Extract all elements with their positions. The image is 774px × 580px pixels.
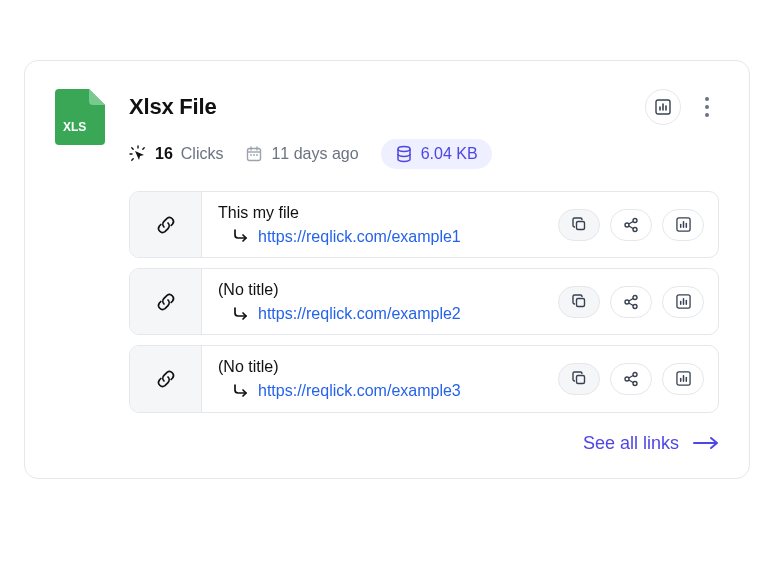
link-row: This my file https://reqlick.com/example…: [129, 191, 719, 258]
share-button[interactable]: [610, 286, 652, 318]
header-main: Xlsx File: [129, 89, 719, 169]
svg-point-19: [633, 218, 637, 222]
svg-line-42: [629, 375, 633, 378]
copy-icon: [572, 217, 587, 232]
stats-button[interactable]: [662, 209, 704, 241]
redirect-arrow-icon: [232, 382, 250, 400]
link-url-row: https://reqlick.com/example3: [218, 380, 461, 402]
link-title: This my file: [218, 202, 461, 224]
more-options-button[interactable]: [695, 95, 719, 119]
svg-point-14: [251, 154, 253, 156]
file-title: Xlsx File: [129, 94, 216, 120]
svg-text:XLS: XLS: [63, 120, 86, 134]
size-chip: 6.04 KB: [381, 139, 492, 169]
svg-line-33: [629, 303, 633, 306]
link-body: (No title) https://reqlick.com/example3: [202, 346, 718, 411]
link-actions: [558, 286, 704, 318]
svg-point-31: [633, 304, 637, 308]
share-button[interactable]: [610, 209, 652, 241]
cursor-click-icon: [129, 145, 147, 163]
link-actions: [558, 363, 704, 395]
link-actions: [558, 209, 704, 241]
link-url[interactable]: https://reqlick.com/example3: [258, 380, 461, 402]
link-text: This my file https://reqlick.com/example…: [218, 202, 461, 247]
bar-chart-icon: [655, 99, 671, 115]
svg-line-7: [132, 148, 133, 149]
link-title: (No title): [218, 279, 461, 301]
svg-point-41: [633, 381, 637, 385]
bar-chart-icon: [676, 371, 691, 386]
see-all-links-button[interactable]: See all links: [129, 433, 719, 454]
svg-line-9: [143, 148, 144, 149]
database-icon: [395, 145, 413, 163]
svg-line-23: [629, 226, 633, 229]
stats-button[interactable]: [662, 286, 704, 318]
share-icon: [623, 217, 639, 233]
link-list: This my file https://reqlick.com/example…: [129, 191, 719, 413]
link-icon-cell: [130, 269, 202, 334]
stats-button[interactable]: [662, 363, 704, 395]
link-row: (No title) https://reqlick.com/example3: [129, 345, 719, 412]
svg-point-17: [398, 147, 410, 152]
clicks-meta: 16 Clicks: [129, 145, 223, 163]
card-header: XLS Xlsx File: [55, 89, 719, 169]
link-body: This my file https://reqlick.com/example…: [202, 192, 718, 257]
title-actions: [645, 89, 719, 125]
link-icon-cell: [130, 346, 202, 411]
svg-line-22: [629, 221, 633, 224]
link-body: (No title) https://reqlick.com/example2: [202, 269, 718, 334]
svg-line-32: [629, 298, 633, 301]
svg-rect-28: [576, 299, 584, 307]
link-icon-cell: [130, 192, 202, 257]
copy-button[interactable]: [558, 363, 600, 395]
copy-icon: [572, 294, 587, 309]
age-meta: 11 days ago: [245, 145, 358, 163]
svg-point-29: [633, 295, 637, 299]
copy-icon: [572, 371, 587, 386]
svg-line-8: [132, 159, 133, 160]
link-url-row: https://reqlick.com/example2: [218, 303, 461, 325]
calendar-icon: [245, 145, 263, 163]
link-url[interactable]: https://reqlick.com/example2: [258, 303, 461, 325]
svg-point-20: [625, 223, 629, 227]
svg-point-40: [625, 377, 629, 381]
meta-row: 16 Clicks 11 days ago: [129, 139, 719, 169]
svg-point-30: [625, 300, 629, 304]
svg-rect-18: [576, 222, 584, 230]
svg-rect-38: [576, 376, 584, 384]
redirect-arrow-icon: [232, 227, 250, 245]
redirect-arrow-icon: [232, 305, 250, 323]
arrow-right-icon: [693, 435, 719, 451]
age-label: 11 days ago: [271, 145, 358, 163]
copy-button[interactable]: [558, 286, 600, 318]
see-all-label: See all links: [583, 433, 679, 454]
svg-point-21: [633, 227, 637, 231]
share-icon: [623, 294, 639, 310]
file-card: XLS Xlsx File: [24, 60, 750, 479]
file-type-icon: XLS: [55, 89, 111, 145]
link-text: (No title) https://reqlick.com/example2: [218, 279, 461, 324]
svg-point-15: [254, 154, 256, 156]
svg-point-39: [633, 372, 637, 376]
clicks-count: 16: [155, 145, 173, 163]
link-url-row: https://reqlick.com/example1: [218, 226, 461, 248]
share-icon: [623, 371, 639, 387]
bar-chart-icon: [676, 217, 691, 232]
title-row: Xlsx File: [129, 89, 719, 125]
svg-point-16: [257, 154, 259, 156]
bar-chart-icon: [676, 294, 691, 309]
link-icon: [155, 368, 177, 390]
clicks-label: Clicks: [181, 145, 224, 163]
copy-button[interactable]: [558, 209, 600, 241]
xls-file-icon: XLS: [55, 89, 105, 145]
link-icon: [155, 291, 177, 313]
svg-line-43: [629, 380, 633, 383]
size-label: 6.04 KB: [421, 145, 478, 163]
stats-button[interactable]: [645, 89, 681, 125]
link-row: (No title) https://reqlick.com/example2: [129, 268, 719, 335]
share-button[interactable]: [610, 363, 652, 395]
link-url[interactable]: https://reqlick.com/example1: [258, 226, 461, 248]
link-title: (No title): [218, 356, 461, 378]
link-text: (No title) https://reqlick.com/example3: [218, 356, 461, 401]
link-icon: [155, 214, 177, 236]
